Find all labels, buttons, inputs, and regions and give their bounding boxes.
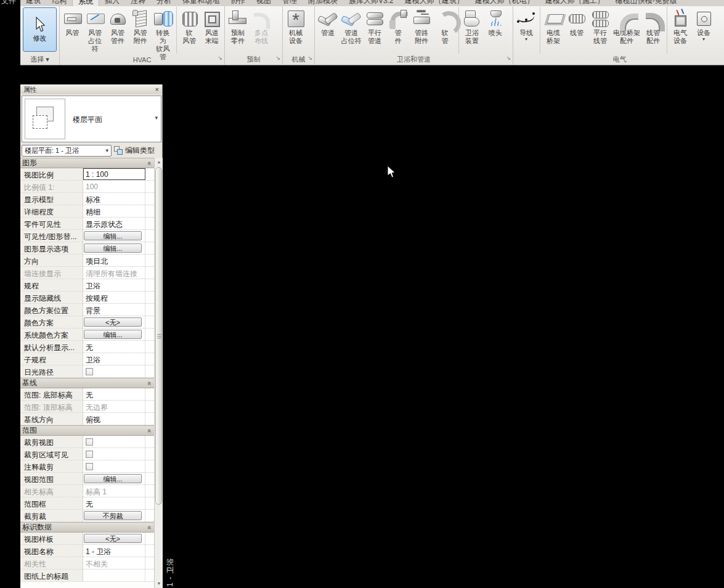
- property-value[interactable]: 背景: [83, 304, 145, 316]
- ribbon-button[interactable]: 管路 附件 ▾: [410, 7, 433, 54]
- ribbon-button[interactable]: 机械 设备 ▾: [284, 7, 307, 54]
- scroll-down-icon[interactable]: ▼: [155, 579, 163, 587]
- ribbon-button-icon: [693, 9, 714, 28]
- property-edit-button[interactable]: 编辑...: [84, 243, 142, 253]
- ribbon-button[interactable]: 风管 ▾: [61, 7, 84, 54]
- ribbon-tab[interactable]: 附加模块: [303, 0, 343, 6]
- ribbon-button[interactable]: 线管 配件 ▾: [641, 7, 665, 54]
- scroll-up-icon[interactable]: ▲: [155, 158, 163, 166]
- properties-titlebar[interactable]: 属性 ×: [20, 84, 162, 94]
- ribbon-tab[interactable]: 系统: [72, 0, 99, 6]
- ribbon-button[interactable]: 喷头 ▾: [484, 7, 507, 54]
- panel-launcher-icon[interactable]: ↘: [506, 55, 511, 61]
- ribbon-button[interactable]: 软 管 ▾: [433, 7, 457, 54]
- ribbon-button[interactable]: 管道 ▾: [316, 7, 340, 54]
- modify-button[interactable]: 修改: [23, 7, 57, 52]
- property-value[interactable]: 100: [83, 181, 145, 192]
- panel-launcher-icon[interactable]: ↘: [218, 55, 222, 61]
- ribbon-tab[interactable]: 建筑: [20, 0, 46, 6]
- property-value[interactable]: 1 : 100: [83, 168, 145, 180]
- property-value[interactable]: 精细: [83, 205, 145, 217]
- view-selector-combobox[interactable]: 楼层平面: 1 - 卫浴▾: [22, 145, 112, 157]
- collapse-icon[interactable]: «: [146, 525, 153, 529]
- ribbon-button[interactable]: 管 件 ▾: [386, 7, 410, 54]
- ribbon-button[interactable]: 电缆 桥架 ▾: [540, 7, 565, 54]
- collapse-icon[interactable]: «: [146, 381, 153, 385]
- ribbon-tab[interactable]: 协作: [225, 0, 251, 6]
- ribbon-button[interactable]: 电气 设备 ▾: [667, 7, 692, 54]
- ribbon-tab[interactable]: 管理: [277, 0, 303, 6]
- edit-type-button[interactable]: 编辑类型: [114, 145, 155, 156]
- ribbon-button[interactable]: 风管 附件 ▾: [129, 7, 152, 54]
- ribbon-button-icon: [285, 9, 306, 28]
- property-edit-button[interactable]: <无>: [84, 317, 142, 327]
- property-section-header[interactable]: 基线 «: [20, 378, 154, 388]
- ribbon-tab[interactable]: 族库大师V3.2: [343, 0, 399, 6]
- ribbon-button[interactable]: 设备 ▾: [692, 7, 715, 54]
- ribbon-button[interactable]: 风管 占位符 ▾: [84, 7, 107, 54]
- ribbon-tab[interactable]: 插入: [99, 0, 125, 6]
- property-value[interactable]: 无: [83, 341, 145, 353]
- property-value[interactable]: 卫浴: [83, 353, 145, 365]
- property-value[interactable]: 卫浴: [83, 279, 145, 291]
- property-section-header[interactable]: 范围 «: [20, 425, 154, 436]
- ribbon-button[interactable]: 导线 ▾: [515, 7, 538, 54]
- property-checkbox[interactable]: [86, 438, 93, 446]
- scrollbar-thumb[interactable]: [155, 167, 162, 505]
- property-section-header[interactable]: 图形 «: [20, 158, 154, 168]
- property-value[interactable]: 按规程: [83, 292, 145, 303]
- property-value[interactable]: 不相关: [83, 557, 145, 569]
- property-edit-button[interactable]: 编辑...: [84, 330, 142, 339]
- panel-launcher-icon[interactable]: ↘: [275, 55, 280, 61]
- property-value[interactable]: [83, 570, 145, 581]
- ribbon-button[interactable]: 平行 管道 ▾: [363, 7, 386, 54]
- ribbon-button[interactable]: 预制 零件 ▾: [226, 7, 250, 54]
- property-value[interactable]: 标准: [83, 193, 145, 205]
- collapse-icon[interactable]: «: [146, 428, 153, 432]
- ribbon-tab[interactable]: 建模大师（建筑）: [399, 0, 470, 6]
- ribbon-button[interactable]: 风道 末端 ▾: [200, 7, 223, 54]
- close-icon[interactable]: ×: [155, 86, 159, 92]
- ribbon-button[interactable]: 管道 占位符 ▾: [340, 7, 363, 54]
- collapse-icon[interactable]: «: [146, 161, 153, 165]
- property-edit-button[interactable]: 编辑...: [84, 231, 142, 240]
- ribbon-button[interactable]: 线管 ▾: [565, 7, 588, 54]
- ribbon-button[interactable]: 软 风管 ▾: [176, 7, 201, 54]
- panel-launcher-icon[interactable]: ↘: [307, 55, 312, 61]
- ribbon-tab[interactable]: 体量和场地: [177, 0, 225, 6]
- property-value[interactable]: 清理所有墙连接: [83, 267, 145, 279]
- ribbon-tab[interactable]: 橄榄山快模-免费版: [610, 0, 683, 6]
- property-checkbox[interactable]: [86, 451, 93, 458]
- property-edit-button[interactable]: 编辑...: [84, 474, 142, 483]
- property-value[interactable]: 项目北: [83, 255, 145, 266]
- property-label: 比例值 1:: [20, 181, 83, 192]
- ribbon-tab[interactable]: 建模大师（施工）: [540, 0, 610, 6]
- ribbon-button[interactable]: 风管 管件 ▾: [106, 7, 129, 54]
- ribbon-tab[interactable]: 分析: [151, 0, 177, 6]
- property-section-header[interactable]: 标识数据 «: [20, 522, 154, 533]
- ribbon-button[interactable]: 转换为 软风管 ▾: [152, 7, 174, 54]
- ribbon-button[interactable]: 卫浴 装置 ▾: [458, 7, 484, 54]
- property-checkbox[interactable]: [86, 368, 93, 375]
- type-selector[interactable]: 楼层平面 ▾: [22, 96, 161, 142]
- ribbon-tab[interactable]: 注释: [125, 0, 151, 6]
- property-value[interactable]: 1 - 卫浴: [83, 545, 145, 557]
- ribbon-button[interactable]: 多点 布线 ▾: [250, 7, 273, 54]
- chevron-down-icon[interactable]: ▾: [155, 115, 158, 121]
- property-value[interactable]: 显示原状态: [83, 218, 145, 229]
- ribbon-tab[interactable]: 视图: [251, 0, 277, 6]
- property-edit-button[interactable]: 不剪裁: [84, 511, 142, 520]
- ribbon-tab[interactable]: 建模大师（机电）: [470, 0, 540, 6]
- ribbon-tab[interactable]: 结构: [46, 0, 72, 6]
- property-checkbox[interactable]: [86, 463, 93, 470]
- property-value[interactable]: 无: [83, 497, 145, 509]
- property-value[interactable]: 无边界: [83, 401, 145, 412]
- property-value[interactable]: 标高 1: [83, 485, 145, 497]
- property-value[interactable]: 无: [83, 388, 145, 400]
- property-edit-button[interactable]: <无>: [84, 534, 142, 543]
- select-dropdown[interactable]: 选择 ▾: [30, 55, 49, 64]
- ribbon-button[interactable]: 平行 线管 ▾: [588, 7, 612, 54]
- property-value[interactable]: 俯视: [83, 413, 145, 425]
- ribbon-button[interactable]: 电缆桥架 配件 ▾: [612, 7, 641, 54]
- properties-scrollbar[interactable]: ▲ ▼: [154, 158, 163, 588]
